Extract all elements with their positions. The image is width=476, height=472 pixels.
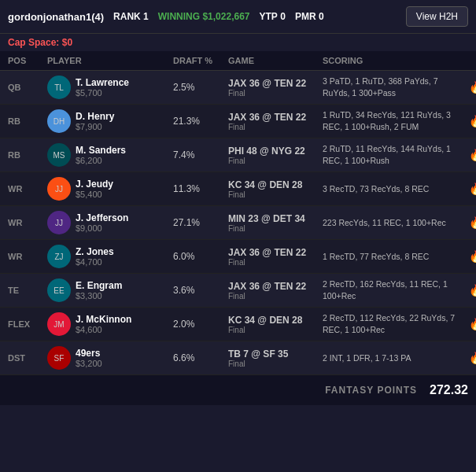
player-name: M. Sanders [76, 145, 126, 156]
player-info: DH D. Henry $7,900 [47, 109, 173, 133]
total-row: FANTASY POINTS 272.32 [0, 375, 476, 405]
game-status: Final [228, 190, 323, 199]
player-details: J. Jeudy $5,400 [76, 179, 113, 199]
draft-percentage: 6.6% [173, 352, 228, 363]
draft-percentage: 6.0% [173, 251, 228, 262]
scoring-text: 2 INT, 1 DFR, 1 7-13 PA [323, 352, 464, 364]
player-position: DST [8, 353, 47, 363]
game-status: Final [228, 292, 323, 301]
pmr-label: PMR [295, 11, 316, 22]
total-label: FANTASY POINTS [325, 385, 417, 396]
cap-space-bar: Cap Space: $0 [0, 34, 476, 51]
col-player: PLAYER [47, 56, 173, 65]
col-game: GAME [228, 56, 323, 65]
fpts-cell: 🔥 33.30 [464, 183, 476, 195]
game-info: JAX 36 @ TEN 22 Final [228, 112, 323, 131]
game-info: MIN 23 @ DET 34 Final [228, 213, 323, 233]
game-status: Final [228, 157, 323, 165]
player-info: SF 49ers $3,200 [47, 346, 173, 370]
game-score: PHI 48 @ NYG 22 [228, 146, 323, 157]
table-row: QB TL T. Lawrence $5,700 2.5% JAX 36 @ T… [0, 71, 476, 105]
game-info: JAX 36 @ TEN 22 Final [228, 78, 323, 98]
player-avatar: TL [47, 76, 71, 99]
table-row: RB DH D. Henry $7,900 21.3% JAX 36 @ TEN… [0, 105, 476, 138]
fire-icon: 🔥 [469, 284, 476, 297]
scoring-text: 2 RuTD, 11 RecYds, 144 RuYds, 1 REC, 1 1… [323, 143, 464, 166]
player-details: T. Lawrence $5,700 [76, 77, 129, 98]
scoring-text: 2 RecTD, 162 RecYds, 11 REC, 1 100+Rec [323, 278, 464, 301]
game-score: JAX 36 @ TEN 22 [228, 281, 323, 292]
fire-icon: 🔥 [469, 318, 476, 330]
player-salary: $6,200 [76, 156, 126, 165]
game-info: KC 34 @ DEN 28 Final [228, 315, 323, 334]
game-score: MIN 23 @ DET 34 [228, 213, 323, 224]
col-pos: POS [8, 56, 47, 65]
game-status: Final [228, 258, 323, 267]
fpts-cell: 🔥 25.50 [464, 115, 476, 127]
col-draft-pct: DRAFT % [173, 56, 228, 65]
player-position: WR [8, 218, 47, 227]
fire-icon: 🔥 [469, 352, 476, 364]
player-salary: $5,700 [76, 88, 129, 98]
player-details: D. Henry $7,900 [76, 111, 114, 131]
game-score: JAX 36 @ TEN 22 [228, 112, 323, 123]
player-salary: $4,700 [76, 257, 114, 267]
rank-info: RANK 1 [113, 11, 149, 22]
draft-percentage: 11.3% [173, 183, 228, 194]
draft-percentage: 7.4% [173, 149, 228, 160]
player-info: MS M. Sanders $6,200 [47, 143, 173, 167]
fire-icon: 🔥 [469, 250, 476, 263]
table-row: TE EE E. Engram $3,300 3.6% JAX 36 @ TEN… [0, 274, 476, 308]
player-name: J. Jefferson [76, 212, 128, 223]
table-row: WR JJ J. Jefferson $9,000 27.1% MIN 23 @… [0, 206, 476, 240]
player-avatar: JJ [47, 177, 71, 201]
player-position: QB [8, 83, 47, 92]
draft-percentage: 3.6% [173, 285, 228, 296]
fire-icon: 🔥 [469, 81, 476, 94]
player-name: J. McKinnon [76, 314, 131, 325]
player-avatar: SF [47, 346, 71, 370]
player-table: QB TL T. Lawrence $5,700 2.5% JAX 36 @ T… [0, 71, 476, 375]
player-position: RB [8, 150, 47, 160]
player-avatar: EE [47, 278, 71, 302]
team-count: (4) [91, 11, 104, 23]
player-salary: $7,900 [76, 122, 114, 131]
draft-percentage: 21.3% [173, 116, 228, 127]
fpts-cell: 🔥 21.70 [464, 250, 476, 263]
player-details: M. Sanders $6,200 [76, 145, 126, 165]
table-row: WR ZJ Z. Jones $4,700 6.0% JAX 36 @ TEN … [0, 240, 476, 274]
player-name: D. Henry [76, 111, 114, 122]
username: gordonjonathan1(4) [8, 11, 104, 23]
cap-space-value: $0 [62, 37, 72, 48]
scoring-text: 3 RecTD, 73 RecYds, 8 REC [323, 183, 464, 195]
game-info: TB 7 @ SF 35 Final [228, 348, 323, 368]
ytp-value: 0 [280, 11, 286, 22]
player-avatar: JJ [47, 211, 71, 234]
game-info: PHI 48 @ NYG 22 Final [228, 146, 323, 165]
col-fpts: FPTS [464, 56, 476, 65]
header: gordonjonathan1(4) RANK 1 WINNING $1,022… [0, 0, 476, 34]
game-info: KC 34 @ DEN 28 Final [228, 179, 323, 199]
draft-percentage: 2.0% [173, 319, 228, 330]
scoring-text: 223 RecYds, 11 REC, 1 100+Rec [323, 217, 464, 229]
rank-label: RANK [113, 11, 141, 22]
pmr-value: 0 [319, 11, 324, 22]
username-text: gordonjonathan1 [8, 11, 91, 23]
winning-value: $1,022,667 [202, 11, 249, 22]
fpts-cell: 🔥 35.40 [464, 318, 476, 330]
game-score: TB 7 @ SF 35 [228, 348, 323, 360]
fpts-cell: 🔥 31.50 [464, 149, 476, 161]
player-position: RB [8, 116, 47, 126]
player-name: T. Lawrence [76, 77, 129, 88]
game-score: JAX 36 @ TEN 22 [228, 78, 323, 89]
player-salary: $5,400 [76, 190, 113, 199]
col-scoring: SCORING [323, 56, 464, 65]
player-info: JJ J. Jefferson $9,000 [47, 211, 173, 234]
winning-info: WINNING $1,022,667 [158, 11, 250, 22]
table-header: POS PLAYER DRAFT % GAME SCORING FPTS [0, 51, 476, 71]
player-position: FLEX [8, 319, 47, 329]
player-avatar: ZJ [47, 245, 71, 268]
total-value: 272.32 [430, 383, 468, 397]
view-h2h-button[interactable]: View H2H [406, 6, 468, 27]
player-position: WR [8, 252, 47, 261]
